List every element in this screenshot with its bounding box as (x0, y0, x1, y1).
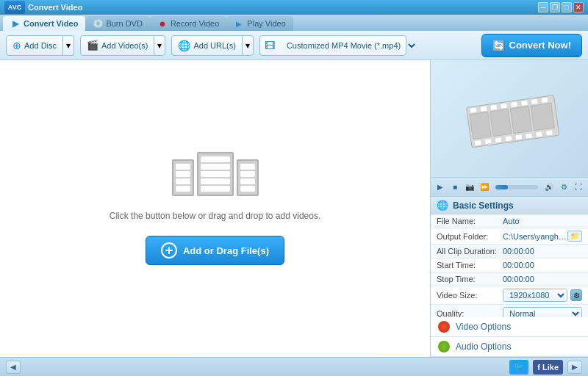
right-panel: ▶ ■ 📷 ⏩ 🔊 ⚙ ⛶ 🌐 Basic Settings File Name… (431, 60, 588, 357)
film-strip-center (197, 152, 234, 196)
tab-convert-video[interactable]: ▶ Convert Video (3, 16, 85, 31)
svg-rect-8 (542, 97, 548, 102)
add-url-dropdown[interactable]: ▾ (243, 35, 254, 56)
tab-burn-dvd-label: Burn DVD (106, 19, 143, 28)
title-bar-controls[interactable]: ─ ❐ □ ✕ (538, 2, 584, 12)
bottom-right: 🐦 f Like ▶ (509, 360, 582, 375)
burn-dvd-icon: 💿 (93, 18, 103, 29)
start-value: 00:00:00 (503, 261, 582, 270)
svg-rect-20 (531, 103, 554, 131)
progress-bar[interactable] (495, 185, 538, 189)
maximize-button[interactable]: □ (562, 2, 572, 12)
svg-rect-5 (511, 101, 517, 106)
stop-button[interactable]: ■ (448, 181, 462, 194)
add-videos-button[interactable]: 🎬 Add Video(s) (80, 35, 154, 56)
add-or-drag-button[interactable]: + Add or Drag File(s) (146, 236, 284, 265)
add-videos-label: Add Video(s) (101, 41, 148, 50)
prev-button[interactable]: ◀ (6, 361, 21, 374)
svg-rect-12 (506, 136, 512, 141)
add-videos-dropdown[interactable]: ▾ (154, 35, 165, 56)
format-select[interactable]: Customized MP4 Movie (*.mp4) (279, 40, 417, 51)
volume-button[interactable]: 🔊 (542, 181, 556, 194)
film-hole (240, 164, 255, 170)
title-bar: AVC Convert Video ─ ❐ □ ✕ (0, 0, 588, 15)
tab-burn-dvd[interactable]: 💿 Burn DVD (85, 16, 150, 31)
quality-label: Quality: (437, 309, 503, 317)
browse-button[interactable]: 📁 (567, 231, 582, 242)
duration-value: 00:00:00 (503, 247, 582, 256)
add-disc-dropdown[interactable]: ▾ (63, 35, 74, 56)
add-url-label: Add URL(s) (193, 41, 235, 50)
facebook-button[interactable]: f Like (533, 360, 563, 375)
add-file-label: Add or Drag File(s) (183, 245, 269, 256)
duration-label: All Clip Duration: (437, 247, 503, 256)
speed-button[interactable]: ⏩ (478, 181, 491, 194)
svg-rect-1 (470, 107, 477, 112)
output-value: C:\Users\yangh\Videos\... (503, 232, 567, 241)
stop-value: 00:00:00 (503, 275, 582, 283)
svg-rect-4 (501, 103, 507, 108)
tab-bar: ▶ Convert Video 💿 Burn DVD ⏺ Record Vide… (0, 15, 588, 31)
videosize-select[interactable]: 1920x1080 (503, 289, 567, 302)
add-disc-label: Add Disc (24, 41, 57, 50)
videosize-gear-button[interactable]: ⚙ (570, 289, 582, 301)
settings-title: Basic Settings (453, 200, 514, 211)
svg-rect-16 (546, 130, 553, 135)
film-strip-left (172, 159, 194, 196)
tab-play-video[interactable]: ▶ Play Video (226, 16, 293, 31)
play-button[interactable]: ▶ (434, 181, 447, 194)
title-bar-left: AVC Convert Video (4, 1, 82, 14)
settings-globe-icon: 🌐 (437, 200, 448, 211)
snapshot-button[interactable]: 📷 (463, 181, 476, 194)
drop-hint-text: Click the button below or drag and drop … (110, 211, 321, 221)
add-url-button[interactable]: 🌐 Add URL(s) (171, 35, 242, 56)
svg-rect-7 (531, 98, 538, 104)
next-button[interactable]: ▶ (567, 361, 582, 374)
format-select-wrapper[interactable]: 🎞 Customized MP4 Movie (*.mp4) (259, 35, 406, 56)
playback-controls: ▶ ■ 📷 ⏩ 🔊 ⚙ ⛶ (431, 178, 588, 197)
play-video-icon: ▶ (234, 18, 244, 29)
fullscreen-button[interactable]: ⛶ (572, 181, 585, 194)
restore-button[interactable]: ❐ (550, 2, 560, 12)
plus-circle-icon: + (161, 242, 177, 258)
film-strip-right (237, 159, 259, 196)
settings-row-videosize: Video Size: 1920x1080 ⚙ (431, 286, 588, 305)
facebook-icon: f (537, 363, 540, 372)
svg-rect-11 (495, 137, 502, 142)
audio-options-button[interactable]: Audio Options (431, 337, 588, 357)
convert-now-button[interactable]: 🔄 Convert Now! (481, 34, 583, 57)
film-hole (201, 186, 230, 192)
quality-select[interactable]: Normal (503, 307, 582, 317)
audio-options-icon (438, 341, 450, 352)
output-label: Output Folder: (437, 232, 503, 241)
facebook-like-label: Like (542, 363, 559, 372)
add-disc-icon: ⊕ (12, 40, 21, 51)
film-hole (201, 178, 230, 184)
settings-header: 🌐 Basic Settings (431, 197, 588, 214)
settings-row-duration: All Clip Duration: 00:00:00 (431, 245, 588, 258)
svg-rect-19 (510, 106, 531, 133)
film-hole (176, 178, 190, 184)
audio-options-label: Audio Options (456, 341, 511, 352)
progress-fill (495, 185, 508, 189)
svg-rect-15 (536, 131, 542, 137)
minimize-button[interactable]: ─ (538, 2, 548, 12)
film-strip-icon (172, 152, 259, 196)
svg-rect-10 (485, 139, 492, 144)
twitter-button[interactable]: 🐦 (509, 360, 528, 375)
svg-rect-3 (490, 104, 497, 109)
tab-record-video[interactable]: ⏺ Record Video (150, 16, 226, 31)
svg-rect-13 (515, 134, 522, 140)
film-hole (201, 164, 230, 170)
add-disc-button[interactable]: ⊕ Add Disc (6, 35, 63, 56)
settings-ctrl-button[interactable]: ⚙ (557, 181, 570, 194)
video-options-button[interactable]: Video Options (431, 317, 588, 337)
film-hole (176, 186, 190, 192)
settings-row-start: Start Time: 00:00:00 (431, 258, 588, 272)
twitter-icon: 🐦 (514, 362, 524, 372)
film-hole (201, 171, 230, 177)
video-options-icon (438, 321, 450, 333)
title-bar-title: Convert Video (28, 3, 82, 12)
close-button[interactable]: ✕ (573, 2, 584, 12)
app-logo: AVC (4, 1, 25, 14)
